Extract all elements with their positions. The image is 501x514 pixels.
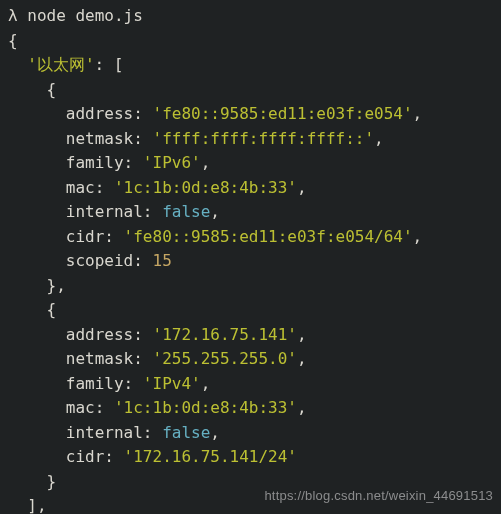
command-text: node demo.js xyxy=(27,6,143,25)
field-key: internal xyxy=(66,423,143,442)
field-val: '1c:1b:0d:e8:4b:33' xyxy=(114,178,297,197)
terminal-output: λ node demo.js { '以太网': [ { address: 'fe… xyxy=(0,0,501,514)
field-key: mac xyxy=(66,178,95,197)
field-val: '172.16.75.141' xyxy=(153,325,298,344)
field-key: address xyxy=(66,104,133,123)
colon-bracket: : [ xyxy=(95,55,124,74)
entry-open-0: { xyxy=(47,80,57,99)
field-val: false xyxy=(162,423,210,442)
field-val: '255.255.255.0' xyxy=(153,349,298,368)
entry-open-1: { xyxy=(47,300,57,319)
field-val: 'IPv6' xyxy=(143,153,201,172)
watermark-text: https://blog.csdn.net/weixin_44691513 xyxy=(264,484,493,509)
field-val: '1c:1b:0d:e8:4b:33' xyxy=(114,398,297,417)
field-key: scopeid xyxy=(66,251,133,270)
field-val: 15 xyxy=(153,251,172,270)
field-key: mac xyxy=(66,398,95,417)
field-key: internal xyxy=(66,202,143,221)
interface-key: '以太网' xyxy=(27,55,94,74)
entry-close-1: } xyxy=(47,472,57,491)
field-key: cidr xyxy=(66,447,105,466)
field-val: false xyxy=(162,202,210,221)
field-val: 'fe80::9585:ed11:e03f:e054/64' xyxy=(124,227,413,246)
field-val: 'IPv4' xyxy=(143,374,201,393)
field-val: 'ffff:ffff:ffff:ffff::' xyxy=(153,129,375,148)
brace-open: { xyxy=(8,31,18,50)
field-key: netmask xyxy=(66,129,133,148)
field-key: family xyxy=(66,374,124,393)
prompt-symbol: λ xyxy=(8,6,18,25)
field-key: family xyxy=(66,153,124,172)
field-key: address xyxy=(66,325,133,344)
field-key: cidr xyxy=(66,227,105,246)
array-close: ], xyxy=(27,496,46,514)
field-val: '172.16.75.141/24' xyxy=(124,447,297,466)
field-key: netmask xyxy=(66,349,133,368)
entry-close-0: }, xyxy=(47,276,66,295)
field-val: 'fe80::9585:ed11:e03f:e054' xyxy=(153,104,413,123)
